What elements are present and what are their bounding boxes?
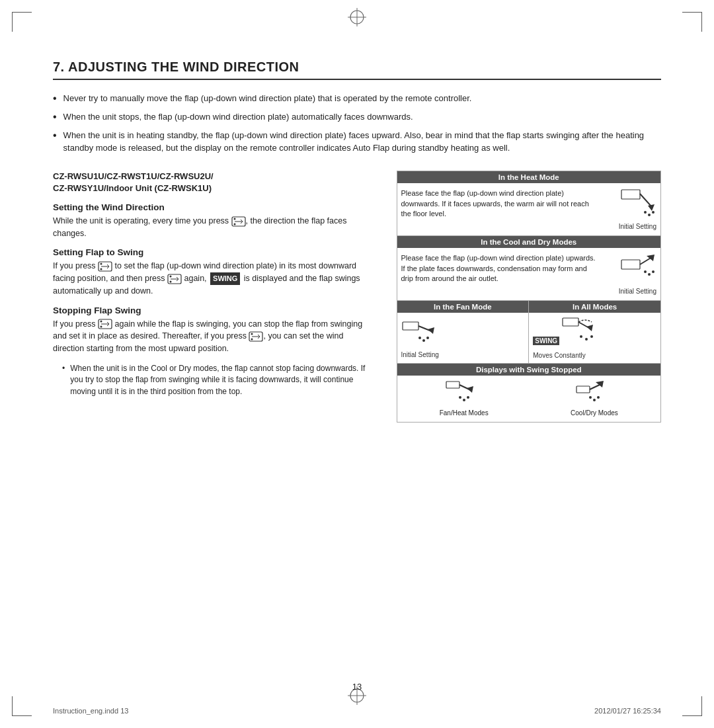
bullet-3: When the unit is in heating standby, the… bbox=[53, 129, 661, 155]
all-flap-swing-icon bbox=[561, 317, 601, 343]
footer-file: Instruction_eng.indd 13 bbox=[53, 707, 128, 715]
svg-point-52 bbox=[422, 339, 425, 342]
svg-point-64 bbox=[463, 399, 465, 401]
cool-dry-section: In the Cool and Dry Modes Please face th… bbox=[397, 236, 661, 301]
svg-point-71 bbox=[597, 396, 600, 399]
swing-badge-text: SWING bbox=[210, 272, 240, 285]
svg-point-57 bbox=[580, 335, 582, 338]
svg-line-37 bbox=[640, 194, 652, 207]
svg-point-46 bbox=[648, 273, 651, 276]
intro-bullets: Never try to manually move the flap (up-… bbox=[53, 92, 661, 155]
svg-point-59 bbox=[590, 335, 593, 338]
stop-swing-heading: Stopping Flap Swing bbox=[53, 305, 377, 315]
svg-rect-60 bbox=[446, 382, 459, 388]
all-modes-body: SWING bbox=[529, 313, 660, 363]
fan-flap-icon bbox=[401, 317, 441, 346]
section-title: 7. ADJUSTING THE WIND DIRECTION bbox=[53, 60, 661, 75]
svg-rect-54 bbox=[563, 318, 578, 326]
svg-point-65 bbox=[467, 396, 469, 399]
svg-point-47 bbox=[652, 270, 654, 273]
heat-mode-section: In the Heat Mode Please face the flap (u… bbox=[397, 171, 661, 236]
swing-stopped-section: Displays with Swing Stopped bbox=[397, 364, 661, 422]
fan-heat-visual: Fan/Heat Modes bbox=[440, 381, 489, 417]
heat-flap-icon bbox=[620, 188, 656, 222]
model-name: CZ-RWSU1U/CZ-RWST1U/CZ-RWSU2U/ CZ-RWSY1U… bbox=[53, 171, 377, 194]
flap-swing-heading: Setting Flap to Swing bbox=[53, 247, 377, 257]
svg-point-29 bbox=[100, 326, 102, 328]
wind-direction-heading: Setting the Wind Direction bbox=[53, 202, 377, 212]
wind-direction-text: While the unit is operating, every time … bbox=[53, 215, 377, 240]
cool-dry-stopped-visual: Cool/Dry Modes bbox=[571, 381, 618, 417]
cool-dry-header: In the Cool and Dry Modes bbox=[397, 236, 661, 248]
svg-point-41 bbox=[652, 211, 654, 214]
heat-mode-body: Please face the flap (up-down wind direc… bbox=[397, 183, 661, 235]
heat-mode-header: In the Heat Mode bbox=[397, 171, 661, 183]
press-icon-3 bbox=[167, 274, 182, 284]
diagram-panel: In the Heat Mode Please face the flap (u… bbox=[397, 171, 662, 423]
svg-point-34 bbox=[251, 333, 253, 335]
corner-mark-tr bbox=[682, 12, 702, 32]
svg-point-58 bbox=[585, 338, 588, 341]
cool-dry-body: Please face the flap (up-down wind direc… bbox=[397, 248, 661, 300]
title-rule bbox=[53, 79, 661, 80]
fan-all-row: In the Fan Mode bbox=[397, 301, 661, 364]
cool-dry-visual: Initial Setting bbox=[604, 253, 656, 295]
svg-point-28 bbox=[100, 321, 102, 323]
svg-rect-42 bbox=[621, 260, 640, 269]
svg-marker-38 bbox=[648, 204, 654, 211]
left-col: CZ-RWSU1U/CZ-RWST1U/CZ-RWSU2U/ CZ-RWSY1U… bbox=[53, 171, 377, 423]
two-col-layout: CZ-RWSU1U/CZ-RWST1U/CZ-RWSU2U/ CZ-RWSY1U… bbox=[53, 171, 661, 423]
bullet-1: Never try to manually move the flap (up-… bbox=[53, 92, 661, 106]
crosshair-top bbox=[348, 8, 366, 26]
cool-dry-text: Please face the flap (up-down wind direc… bbox=[401, 253, 600, 285]
svg-point-40 bbox=[648, 214, 651, 216]
svg-point-39 bbox=[644, 211, 647, 214]
svg-marker-62 bbox=[467, 386, 473, 393]
fan-mode-half: In the Fan Mode bbox=[397, 301, 530, 363]
svg-point-35 bbox=[251, 339, 253, 341]
press-icon-2 bbox=[98, 261, 112, 272]
svg-point-69 bbox=[589, 396, 592, 399]
all-modes-visual: SWING bbox=[533, 317, 601, 346]
fan-heat-label: Fan/Heat Modes bbox=[440, 409, 489, 417]
fan-initial-label: Initial Setting bbox=[401, 351, 525, 358]
bullet-2: When the unit stops, the flap (up-down w… bbox=[53, 110, 661, 124]
stop-swing-text: If you press again while the flap is swi… bbox=[53, 318, 377, 355]
press-icon-1 bbox=[231, 216, 246, 227]
svg-rect-36 bbox=[621, 190, 640, 199]
svg-point-70 bbox=[593, 399, 596, 401]
corner-mark-bl bbox=[12, 696, 32, 716]
cool-dry-stopped-icon bbox=[576, 381, 612, 406]
svg-point-22 bbox=[170, 275, 172, 277]
svg-point-51 bbox=[418, 337, 421, 339]
all-modes-swing-badge: SWING bbox=[533, 337, 559, 345]
corner-mark-br bbox=[682, 696, 702, 716]
footer-date: 2012/01/27 16:25:34 bbox=[594, 707, 661, 715]
svg-point-63 bbox=[459, 396, 461, 399]
stop-swing-subbullets: When the unit is in the Cool or Dry mode… bbox=[53, 363, 377, 397]
heat-mode-visual: Initial Setting bbox=[604, 188, 656, 230]
fan-mode-body: Initial Setting bbox=[397, 313, 529, 362]
svg-rect-66 bbox=[576, 386, 590, 393]
fan-heat-stopped-icon bbox=[446, 381, 482, 406]
svg-point-53 bbox=[426, 337, 429, 339]
heat-initial-label: Initial Setting bbox=[619, 223, 656, 230]
svg-point-17 bbox=[100, 268, 102, 270]
right-col-diagram: In the Heat Mode Please face the flap (u… bbox=[397, 171, 662, 423]
svg-point-10 bbox=[233, 218, 235, 220]
swing-stopped-header: Displays with Swing Stopped bbox=[397, 364, 661, 376]
swing-stopped-body: Fan/Heat Modes bbox=[397, 376, 661, 422]
cool-initial-label: Initial Setting bbox=[619, 288, 656, 295]
svg-marker-56 bbox=[586, 325, 593, 331]
all-modes-moves-label: Moves Constantly bbox=[533, 352, 656, 359]
all-modes-half: In All Modes SWING bbox=[529, 301, 660, 363]
page-number: 13 bbox=[352, 682, 362, 692]
flap-swing-text: If you press to set the flap (up-down wi… bbox=[53, 260, 377, 297]
press-icon-4 bbox=[98, 319, 112, 329]
fan-mode-header: In the Fan Mode bbox=[397, 301, 529, 313]
cool-dry-stopped-label: Cool/Dry Modes bbox=[571, 409, 618, 417]
press-icon-5 bbox=[249, 331, 263, 342]
svg-rect-48 bbox=[403, 322, 418, 330]
corner-mark-tl bbox=[12, 12, 32, 32]
sub-bullet-1: When the unit is in the Cool or Dry mode… bbox=[62, 363, 377, 397]
